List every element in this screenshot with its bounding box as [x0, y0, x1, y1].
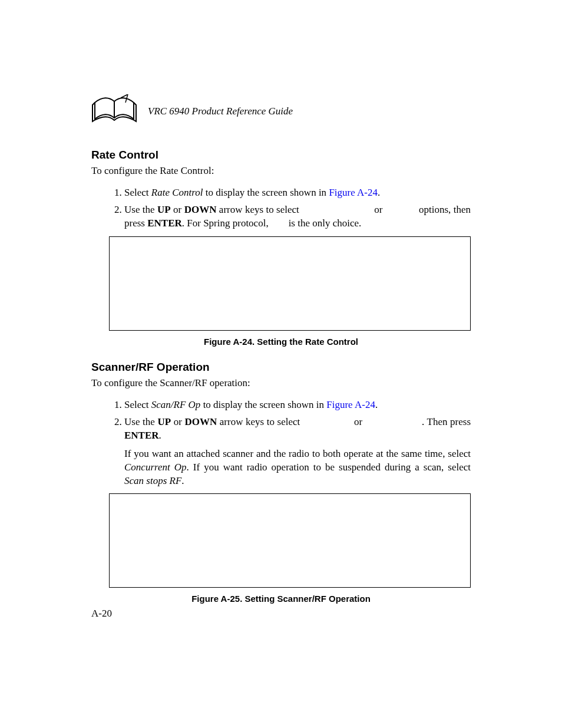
text: or — [372, 204, 385, 215]
text: Use the — [124, 204, 157, 215]
text: Select — [124, 187, 151, 198]
figure-caption-a24: Figure A-24. Setting the Rate Control — [91, 337, 471, 347]
text-italic: Scan/RF Op — [151, 399, 201, 410]
text: arrow keys to select — [216, 204, 302, 215]
text-bold: DOWN — [184, 204, 217, 215]
section-intro-rate-control: To configure the Rate Control: — [91, 165, 471, 177]
text-bold: UP — [157, 204, 171, 215]
text: . Then press — [422, 416, 471, 427]
step-1-scanner-rf: Select Scan/RF Op to display the screen … — [124, 398, 471, 412]
text: or — [351, 416, 365, 427]
text-italic: Concurrent Op — [124, 462, 187, 473]
text: . — [181, 475, 184, 486]
text-italic: Rate Control — [151, 187, 203, 198]
text: . — [378, 187, 380, 198]
step-2-note: If you want an attached scanner and the … — [124, 447, 471, 488]
page-number: A-20 — [91, 608, 112, 620]
section-scanner-rf: Scanner/RF Operation To configure the Sc… — [91, 361, 471, 604]
section-heading-scanner-rf: Scanner/RF Operation — [91, 361, 471, 374]
page-header: VRC 6940 Product Reference Guide — [91, 94, 471, 129]
text: Select — [124, 399, 151, 410]
step-1-rate-control: Select Rate Control to display the scree… — [124, 186, 471, 200]
page: VRC 6940 Product Reference Guide Rate Co… — [0, 0, 562, 728]
text: . — [375, 399, 378, 410]
text-bold: ENTER — [124, 430, 159, 441]
figure-box-a25 — [109, 493, 471, 588]
text: arrow keys to select — [217, 416, 303, 427]
text-italic: Scan stops RF — [124, 475, 181, 486]
steps-rate-control: Select Rate Control to display the scree… — [109, 186, 471, 230]
book-icon — [91, 94, 137, 129]
text: to display the screen shown in — [200, 399, 326, 410]
steps-scanner-rf: Select Scan/RF Op to display the screen … — [109, 398, 471, 488]
section-intro-scanner-rf: To configure the Scanner/RF operation: — [91, 377, 471, 389]
figure-caption-a25: Figure A-25. Setting Scanner/RF Operatio… — [91, 594, 471, 604]
section-heading-rate-control: Rate Control — [91, 149, 471, 162]
figure-link[interactable]: Figure A-24 — [329, 187, 378, 198]
doc-title: VRC 6940 Product Reference Guide — [148, 106, 293, 117]
text: . If you want radio operation to be susp… — [187, 462, 471, 473]
text: or — [171, 204, 184, 215]
text: If you want an attached scanner and the … — [124, 448, 471, 459]
figure-box-a24 — [109, 236, 471, 331]
step-2-scanner-rf: Use the UP or DOWN arrow keys to select … — [124, 416, 471, 488]
text-bold: ENTER — [147, 218, 182, 229]
figure-link[interactable]: Figure A-24 — [326, 399, 375, 410]
text: . For Spring protocol, — [182, 218, 271, 229]
text: or — [171, 416, 184, 427]
step-2-rate-control: Use the UP or DOWN arrow keys to select … — [124, 203, 471, 230]
text: to display the screen shown in — [203, 187, 329, 198]
text: . — [159, 430, 161, 441]
text-bold: DOWN — [184, 416, 217, 427]
text: Use the — [124, 416, 157, 427]
text: is the only choice. — [286, 218, 361, 229]
text-bold: UP — [157, 416, 171, 427]
